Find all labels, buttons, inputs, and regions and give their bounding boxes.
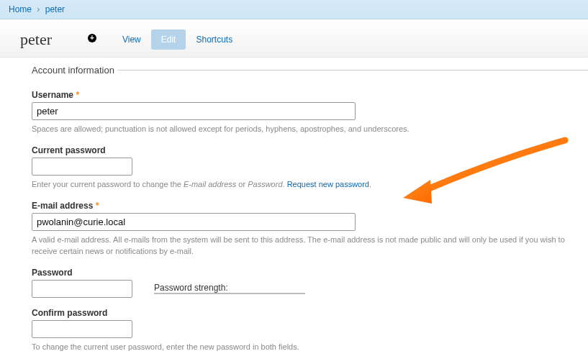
plus-icon[interactable]: + [88, 34, 96, 42]
cpw-desc-em2: Password [248, 180, 282, 188]
fieldset-legend: Account information [17, 65, 117, 76]
email-description: A valid e-mail address. All e-mails from… [32, 235, 588, 258]
breadcrumb-separator: › [37, 4, 40, 14]
account-info-fieldset: Account information Username * Spaces ar… [17, 65, 588, 363]
password-item: Password Password strength: [32, 268, 588, 298]
required-mark-2: * [96, 201, 99, 211]
required-mark: * [76, 90, 79, 100]
username-item: Username * Spaces are allowed; punctuati… [32, 90, 588, 135]
confirm-password-item: Confirm password To change the current u… [32, 308, 588, 353]
confirm-password-input[interactable] [32, 320, 132, 338]
email-label: E-mail address * [32, 201, 588, 211]
email-item: E-mail address * A valid e-mail address.… [32, 201, 588, 258]
tab-edit[interactable]: Edit [151, 29, 186, 50]
page-title: peter [20, 30, 52, 49]
username-label-text: Username [32, 90, 73, 100]
breadcrumb-home-link[interactable]: Home [9, 4, 32, 14]
tab-view[interactable]: View [112, 29, 151, 50]
confirm-password-description: To change the current user password, ent… [32, 342, 588, 353]
username-label: Username * [32, 90, 588, 100]
cpw-desc-or: or [236, 180, 248, 188]
page-header: peter + View Edit Shortcuts [0, 19, 588, 58]
password-label: Password [32, 268, 588, 278]
cpw-desc-end: . [369, 180, 371, 188]
cpw-desc-em1: E-mail address [184, 180, 236, 188]
confirm-password-label: Confirm password [32, 308, 588, 318]
breadcrumb-current-link[interactable]: peter [45, 4, 65, 14]
password-input[interactable] [32, 280, 132, 298]
password-strength: Password strength: [154, 283, 305, 294]
breadcrumb: Home › peter [0, 0, 588, 19]
password-strength-bar [154, 293, 305, 294]
email-label-text: E-mail address [32, 201, 93, 211]
tabs: View Edit Shortcuts [112, 29, 243, 50]
cpw-desc-prefix: Enter your current password to change th… [32, 180, 184, 188]
current-password-label: Current password [32, 145, 588, 155]
password-strength-label: Password strength: [154, 283, 228, 293]
current-password-item: Current password Enter your current pass… [32, 145, 588, 191]
username-input[interactable] [32, 102, 356, 120]
current-password-description: Enter your current password to change th… [32, 179, 588, 191]
content-area: Account information Username * Spaces ar… [0, 58, 588, 363]
current-password-input[interactable] [32, 158, 132, 176]
tab-shortcuts[interactable]: Shortcuts [186, 29, 243, 50]
email-input[interactable] [32, 213, 356, 231]
username-description: Spaces are allowed; punctuation is not a… [32, 124, 588, 135]
request-new-password-link[interactable]: Request new password [287, 180, 369, 188]
